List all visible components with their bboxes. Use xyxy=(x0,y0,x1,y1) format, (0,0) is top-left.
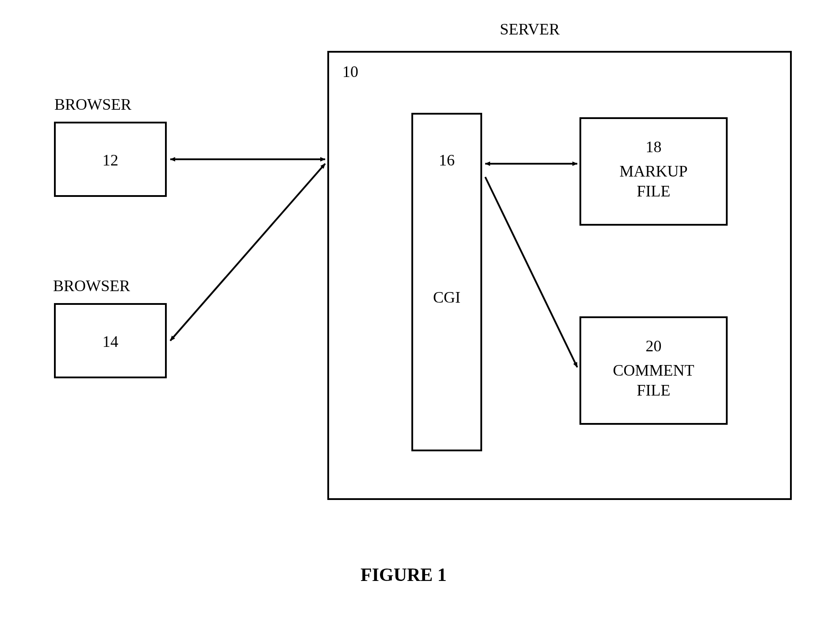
browser2-box: 14 xyxy=(54,303,167,378)
comment-file-name-l1: COMMENT xyxy=(581,360,726,381)
browser1-box-id: 12 xyxy=(56,150,165,171)
browser2-box-id: 14 xyxy=(56,331,165,352)
markup-file-name-l1: MARKUP xyxy=(581,161,726,182)
server-label: SERVER xyxy=(500,20,560,38)
cgi-box-id: 16 xyxy=(413,150,480,171)
comment-file-name-l2: FILE xyxy=(581,380,726,401)
diagram-container: SERVER 10 BROWSER 12 BROWSER 14 16 CGI 1… xyxy=(0,0,840,619)
markup-file-id: 18 xyxy=(581,137,726,158)
arrow-browser2-server xyxy=(170,164,325,341)
cgi-box-name: CGI xyxy=(413,287,480,308)
markup-file-box: 18 MARKUP FILE xyxy=(579,117,728,226)
browser1-box: 12 xyxy=(54,122,167,197)
comment-file-box: 20 COMMENT FILE xyxy=(579,316,728,425)
markup-file-name-l2: FILE xyxy=(581,181,726,202)
server-box-id: 10 xyxy=(342,62,358,82)
browser2-label: BROWSER xyxy=(53,277,130,295)
figure-title: FIGURE 1 xyxy=(361,564,447,585)
cgi-box: 16 CGI xyxy=(411,113,482,451)
browser1-label: BROWSER xyxy=(54,95,131,114)
comment-file-id: 20 xyxy=(581,336,726,357)
